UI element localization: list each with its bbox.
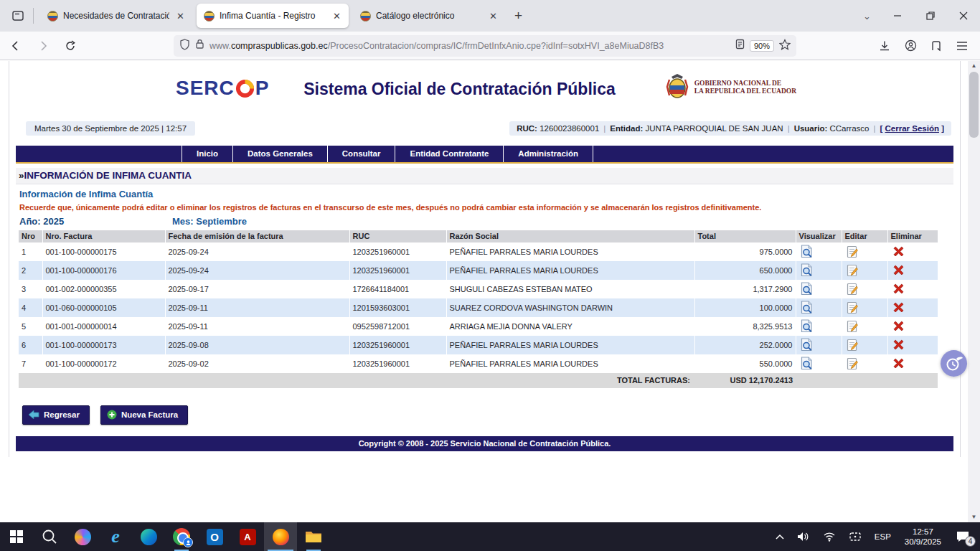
language-indicator[interactable]: ESP	[870, 522, 896, 551]
eliminar-button[interactable]	[892, 245, 905, 259]
vertical-scrollbar[interactable]: ▲ ▼	[968, 61, 980, 522]
file-explorer-icon[interactable]	[297, 522, 330, 551]
scrollbar-thumb[interactable]	[969, 72, 979, 138]
cell-razon: PEÑAFIEL PARRALES MARIA LOURDES	[446, 354, 694, 373]
cell-factura: 001-100-000000175	[42, 242, 165, 261]
menu-item-datos-generales[interactable]: Datos Generales	[232, 146, 327, 162]
ecuador-coat-of-arms-icon	[664, 72, 690, 103]
tab-close-icon[interactable]: ✕	[331, 11, 343, 22]
preview-document-icon	[801, 357, 813, 370]
cell-total: 550.0000	[694, 354, 796, 373]
url-bar[interactable]: www.compraspublicas.gob.ec/ProcesoContra…	[174, 35, 796, 57]
tracking-shield-icon[interactable]	[179, 39, 190, 53]
tab-title: Necesidades de Contratación y	[63, 11, 169, 21]
lock-icon[interactable]	[195, 39, 204, 52]
internet-explorer-icon[interactable]: e	[99, 522, 132, 551]
tab-close-icon[interactable]: ✕	[487, 11, 499, 22]
regresar-button[interactable]: Regresar	[22, 405, 90, 425]
wifi-icon[interactable]	[818, 522, 841, 551]
visualizar-button[interactable]	[801, 245, 813, 260]
start-button[interactable]	[0, 522, 33, 551]
nueva-factura-button[interactable]: Nueva Factura	[100, 405, 188, 425]
eliminar-button[interactable]	[892, 264, 905, 278]
acrobat-icon[interactable]: A	[231, 522, 264, 551]
editar-button[interactable]	[847, 301, 859, 316]
browser-tab-bar: Necesidades de Contratación y ✕ Infima C…	[0, 0, 980, 32]
table-row: 7 001-100-000000172 2025-09-02 120325196…	[19, 354, 938, 373]
ruc-value: 1260023860001	[540, 124, 599, 133]
outlook-icon[interactable]: O	[198, 522, 231, 551]
list-all-tabs-icon[interactable]: ⌄	[853, 11, 881, 22]
minimize-button[interactable]	[881, 0, 914, 32]
visualizar-button[interactable]	[801, 338, 813, 353]
menu-item-administración[interactable]: Administración	[503, 146, 593, 162]
editar-button[interactable]	[847, 339, 859, 353]
bookmark-star-icon[interactable]	[779, 39, 791, 53]
cast-icon[interactable]	[844, 522, 867, 551]
eliminar-button[interactable]	[892, 357, 905, 371]
cell-ruc: 1201593603001	[349, 298, 446, 317]
cell-fecha: 2025-09-02	[165, 354, 349, 373]
table-row: 2 001-100-000000176 2025-09-24 120325196…	[19, 261, 938, 280]
new-tab-button[interactable]: +	[507, 6, 529, 25]
firefox-view-icon[interactable]	[7, 5, 29, 27]
visualizar-button[interactable]	[801, 263, 813, 278]
tray-chevron-icon[interactable]	[771, 522, 789, 551]
notification-center-icon[interactable]: 4	[950, 522, 980, 551]
copilot-icon[interactable]	[66, 522, 99, 551]
volume-icon[interactable]	[792, 522, 815, 551]
table-total-row: TOTAL FACTURAS: USD 12,170.2413	[19, 373, 938, 388]
menu-item-inicio[interactable]: Inicio	[182, 146, 232, 162]
tab-close-icon[interactable]: ✕	[174, 11, 187, 22]
visualizar-button[interactable]	[801, 301, 813, 316]
scroll-up-icon[interactable]: ▲	[968, 61, 980, 71]
visualizar-button[interactable]	[801, 319, 813, 334]
editar-button[interactable]	[847, 264, 859, 278]
clock[interactable]: 12:57 30/9/2025	[899, 527, 947, 547]
url-text[interactable]: www.compraspublicas.gob.ec/ProcesoContra…	[209, 41, 730, 51]
delete-x-icon	[892, 245, 905, 258]
extensions-icon[interactable]	[927, 37, 946, 55]
forward-button[interactable]	[32, 35, 55, 57]
eliminar-button[interactable]	[892, 339, 905, 352]
reader-mode-icon[interactable]	[735, 39, 745, 52]
col-header-visualizar: Visualizar	[796, 230, 842, 242]
account-icon[interactable]	[901, 37, 920, 55]
page-zoom-badge[interactable]: 90%	[750, 40, 774, 52]
edit-pencil-icon	[847, 264, 859, 277]
floating-clock-widget[interactable]	[941, 350, 967, 377]
back-button[interactable]	[4, 35, 27, 57]
reload-button[interactable]	[59, 35, 82, 57]
menu-item-consultar[interactable]: Consultar	[327, 146, 395, 162]
delete-x-icon	[892, 320, 905, 332]
editar-button[interactable]	[847, 320, 859, 334]
editar-button[interactable]	[847, 357, 859, 372]
scroll-down-icon[interactable]: ▼	[968, 512, 980, 522]
downloads-icon[interactable]	[875, 37, 894, 55]
restore-button[interactable]	[914, 0, 947, 32]
chrome-icon[interactable]	[165, 522, 198, 551]
eliminar-button[interactable]	[892, 301, 905, 315]
delete-x-icon	[892, 301, 905, 314]
tab-title: Catálogo electrónico	[376, 11, 482, 21]
firefox-icon[interactable]	[264, 522, 297, 551]
logout-link[interactable]: Cerrar Sesión	[885, 124, 939, 133]
visualizar-button[interactable]	[801, 282, 813, 297]
editar-button[interactable]	[847, 283, 859, 297]
tab-catalogo[interactable]: Catálogo electrónico ✕	[353, 4, 505, 28]
edge-icon[interactable]	[132, 522, 165, 551]
editar-button[interactable]	[847, 245, 859, 260]
cell-total: 1,317.2900	[694, 280, 796, 298]
delete-x-icon	[892, 264, 905, 276]
eliminar-button[interactable]	[892, 320, 905, 334]
col-header-editar: Editar	[842, 230, 887, 242]
close-window-button[interactable]	[947, 0, 980, 32]
eliminar-button[interactable]	[892, 283, 905, 296]
visualizar-button[interactable]	[801, 357, 813, 372]
tab-necesidades[interactable]: Necesidades de Contratación y ✕	[40, 4, 192, 28]
menu-item-entidad-contratante[interactable]: Entidad Contratante	[395, 146, 503, 162]
total-value: USD 12,170.2413	[694, 373, 796, 388]
search-icon[interactable]	[33, 522, 66, 551]
menu-hamburger-icon[interactable]	[953, 37, 971, 55]
tab-infima-cuantia[interactable]: Infima Cuantía - Registro ✕	[197, 4, 349, 28]
